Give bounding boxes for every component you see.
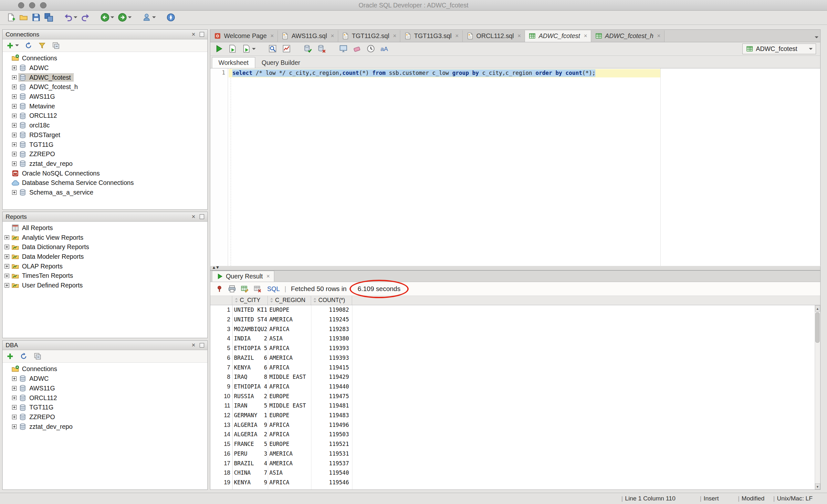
close-tab-icon[interactable]: ×	[455, 33, 458, 39]
change-case-button[interactable]: aA	[379, 43, 390, 54]
close-panel-icon[interactable]: ×	[190, 214, 197, 220]
collapse-all-button[interactable]	[51, 40, 61, 50]
tree-item-database-schema-service-connections[interactable]: Database Schema Service Connections	[3, 178, 208, 188]
redo-button[interactable]	[80, 12, 91, 23]
close-tab-icon[interactable]: ×	[271, 33, 274, 39]
tree-item-schema-as-a-service[interactable]: Schema_as_a_service	[3, 188, 208, 198]
tree-item-timesten-reports[interactable]: TimesTen Reports	[3, 271, 208, 281]
column-header-c-region[interactable]: C_REGION	[268, 296, 311, 305]
expand-icon[interactable]	[12, 75, 17, 80]
result-row[interactable]: 5ETHIOPIA 5AFRICA119393	[210, 344, 815, 353]
result-row[interactable]: 8IRAQ 8MIDDLE EAST119429	[210, 372, 815, 382]
close-panel-icon[interactable]: ×	[190, 342, 197, 348]
tree-item-oracle-nosql-connections[interactable]: Oracle NoSQL Connections	[3, 168, 208, 178]
tab-orcl112-sql[interactable]: ORCL112.sql×	[463, 30, 525, 42]
tree-item-metavine[interactable]: Metavine	[3, 101, 208, 111]
tree-item-data-dictionary-reports[interactable]: Data Dictionary Reports	[3, 242, 208, 252]
expand-icon[interactable]	[12, 405, 17, 410]
expand-icon[interactable]	[12, 414, 17, 419]
float-panel-icon[interactable]	[200, 214, 204, 219]
undo-button[interactable]	[63, 12, 79, 23]
forward-button[interactable]	[117, 12, 133, 23]
result-row[interactable]: 20GERMANY 2EUROPE119566	[210, 488, 815, 490]
tree-item-zztat-dev-repo[interactable]: zztat_dev_repo	[3, 159, 208, 169]
scroll-thumb[interactable]	[815, 312, 820, 343]
scroll-up-icon[interactable]: ▲	[815, 305, 820, 312]
clear-button[interactable]	[351, 43, 362, 54]
tree-item-orcl112[interactable]: ORCL112	[3, 393, 208, 403]
result-row[interactable]: 18CHINA 7ASIA119540	[210, 468, 815, 478]
monitor-sql-button[interactable]	[338, 43, 349, 54]
tree-item-tgt11g[interactable]: TGT11G	[3, 140, 208, 150]
tree-item-zzrepo[interactable]: ZZREPO	[3, 412, 208, 422]
splitter[interactable]: ▲▼	[210, 266, 821, 270]
result-row[interactable]: 12GERMANY 1EUROPE119483	[210, 411, 815, 421]
vertical-scrollbar[interactable]: ▲ ▼	[815, 305, 821, 490]
close-tab-icon[interactable]: ×	[331, 33, 334, 39]
tree-item-tgt11g[interactable]: TGT11G	[3, 403, 208, 412]
expand-icon[interactable]	[12, 386, 17, 391]
result-row[interactable]: 6BRAZIL 6AMERICA119393	[210, 353, 815, 363]
rollback-button[interactable]	[316, 43, 327, 54]
result-row[interactable]: 15FRANCE 5EUROPE119521	[210, 440, 815, 449]
tab-welcome-page[interactable]: Welcome Page×	[210, 30, 278, 42]
result-row[interactable]: 7KENYA 6AFRICA119415	[210, 363, 815, 373]
print-result-button[interactable]	[227, 284, 237, 294]
sql-statement[interactable]: select /* low */ c_city,c_region,count(*…	[232, 69, 595, 77]
tab-adwc-fcotest-h[interactable]: ADWC_fcotest_h×	[591, 30, 665, 42]
tree-item-olap-reports[interactable]: OLAP Reports	[3, 261, 208, 271]
result-row[interactable]: 2UNITED ST4AMERICA119245	[210, 315, 815, 325]
tab-tgt11g2-sql[interactable]: TGT11G2.sql×	[338, 30, 401, 42]
expand-icon[interactable]	[12, 424, 17, 429]
tree-item-all-reports[interactable]: All Reports	[3, 223, 208, 233]
expand-icon[interactable]	[12, 132, 17, 137]
pin-result-button[interactable]	[214, 284, 225, 294]
subtab-query-builder[interactable]: Query Builder	[255, 57, 306, 68]
expand-icon[interactable]	[12, 94, 17, 99]
tree-item-analytic-view-reports[interactable]: Analytic View Reports	[3, 233, 208, 242]
tree-item-zztat-dev-repo[interactable]: zztat_dev_repo	[3, 422, 208, 431]
connection-selector[interactable]: ADWC_fcotest	[742, 44, 816, 54]
close-tab-icon[interactable]: ×	[393, 33, 396, 39]
add-connection-button[interactable]	[5, 40, 20, 50]
subtab-worksheet[interactable]: Worksheet	[212, 57, 255, 68]
sql-mode-label[interactable]: SQL	[267, 285, 280, 293]
expand-icon[interactable]	[12, 142, 17, 147]
expand-icon[interactable]	[4, 244, 9, 249]
expand-icon[interactable]	[12, 190, 17, 195]
tree-item-adwc[interactable]: ADWC	[3, 374, 208, 384]
tree-item-connections[interactable]: Connections	[3, 54, 208, 63]
scroll-down-icon[interactable]: ▼	[815, 483, 820, 490]
save-button[interactable]	[31, 12, 42, 23]
tab-list-dropdown[interactable]	[814, 36, 818, 39]
expand-icon[interactable]	[4, 274, 9, 278]
result-row[interactable]: 19KENYA 9AFRICA119546	[210, 478, 815, 488]
expand-icon[interactable]	[12, 123, 17, 128]
tree-item-connections[interactable]: Connections	[3, 364, 208, 374]
run-statement-button[interactable]	[213, 43, 225, 54]
back-button[interactable]	[99, 12, 115, 23]
tab-adwc-fcotest[interactable]: ADWC_fcotest×	[525, 30, 591, 42]
float-panel-icon[interactable]	[200, 343, 204, 348]
expand-icon[interactable]	[12, 104, 17, 109]
close-tab-icon[interactable]: ×	[518, 33, 521, 39]
expand-icon[interactable]	[4, 264, 9, 269]
tools-button[interactable]	[165, 12, 177, 23]
sql-history-button[interactable]	[365, 43, 376, 54]
result-row[interactable]: 14ALGERIA 2AFRICA119503	[210, 430, 815, 440]
new-button[interactable]	[5, 12, 16, 23]
new-connection-button[interactable]	[141, 12, 157, 23]
close-tab-icon[interactable]: ×	[657, 33, 660, 39]
close-tab-icon[interactable]: ×	[584, 33, 587, 39]
float-panel-icon[interactable]	[200, 32, 204, 37]
column-header-c-city[interactable]: C_CITY	[232, 296, 267, 305]
tree-item-rdstarget[interactable]: RDSTarget	[3, 130, 208, 140]
tab-aws11g-sql[interactable]: AWS11G.sql×	[278, 30, 338, 42]
commit-button[interactable]	[302, 43, 313, 54]
result-row[interactable]: 10RUSSIA 2EUROPE119475	[210, 392, 815, 401]
result-row[interactable]: 17BRAZIL 4AMERICA119537	[210, 459, 815, 468]
run-script-button[interactable]	[227, 43, 238, 54]
expand-icon[interactable]	[12, 85, 17, 90]
tree-item-orcl112[interactable]: ORCL112	[3, 111, 208, 121]
expand-icon[interactable]	[12, 152, 17, 157]
